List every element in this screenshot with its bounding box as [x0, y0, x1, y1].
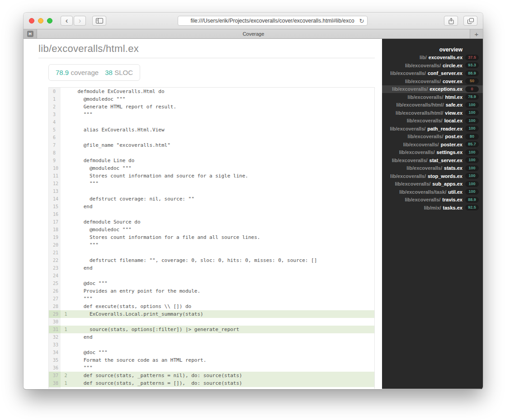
sidebar-item-conf_server-ex[interactable]: lib/excoveralls/conf_server.ex88.9	[382, 70, 483, 78]
forward-button[interactable]: ›	[74, 16, 86, 26]
plus-icon: +	[475, 30, 479, 38]
code-text: @moduledoc """	[74, 164, 375, 172]
hit-count	[61, 226, 74, 233]
code-line: 36 """	[49, 364, 375, 372]
code-text	[74, 118, 375, 126]
sidebar-icon	[96, 18, 103, 23]
sidebar-item-view-ex[interactable]: lib/excoveralls/html/view.ex100	[382, 109, 483, 117]
tab-bar: H Coverage +	[24, 29, 483, 39]
sidebar-item-local-ex[interactable]: lib/excoveralls/local.ex100	[382, 117, 483, 125]
reload-icon[interactable]: ↻	[359, 18, 364, 24]
line-number: 14	[49, 195, 61, 203]
file-directory: lib/excoveralls/	[392, 86, 428, 92]
sidebar-item-stats-ex[interactable]: lib/excoveralls/stats.ex100	[382, 164, 483, 173]
sidebar-item-post-ex[interactable]: lib/excoveralls/post.ex80	[382, 133, 483, 141]
line-number: 16	[49, 210, 61, 218]
hit-count	[61, 210, 74, 218]
sidebar-file-list: lib/excoveralls.ex37.5lib/excoveralls/ci…	[382, 54, 483, 212]
line-number: 23	[49, 264, 61, 272]
sidebar-item-poster-ex[interactable]: lib/excoveralls/poster.ex85.7	[382, 140, 483, 149]
line-number: 35	[49, 356, 61, 364]
hit-count	[61, 164, 74, 172]
pinned-tab[interactable]: H	[24, 29, 37, 38]
sidebar-item-util-ex[interactable]: lib/excoveralls/task/util.ex100	[382, 188, 483, 196]
file-name: path_reader.ex	[427, 126, 463, 131]
code-text: defstruct coverage: nil, source: ""	[74, 195, 375, 203]
code-line: 6	[49, 134, 375, 141]
sidebar-item-travis-ex[interactable]: lib/excoveralls/travis.ex88.9	[382, 196, 483, 204]
coverage-badge: 93.3	[465, 62, 479, 68]
title-divider	[38, 58, 375, 58]
hit-count	[61, 241, 74, 249]
sidebar-item-circle-ex[interactable]: lib/excoveralls/circle.ex93.3	[382, 61, 483, 70]
line-number: 34	[49, 349, 61, 356]
coverage-badge: 100	[465, 173, 479, 179]
tabs-icon	[467, 18, 474, 24]
sidebar-item-stop_words-ex[interactable]: lib/excoveralls/stop_words.ex100	[382, 172, 483, 180]
code-text: end	[74, 333, 375, 341]
hit-count	[61, 141, 74, 149]
minimize-window-button[interactable]	[38, 18, 43, 23]
file-name: poster.ex	[441, 142, 463, 147]
new-tab-button[interactable]: +	[470, 29, 483, 38]
coverage-badge: 100	[465, 149, 479, 155]
file-name: circle.ex	[443, 63, 463, 68]
line-number: 1	[49, 95, 61, 103]
file-directory: lib/excoveralls/	[390, 173, 426, 179]
code-line: 30	[49, 318, 375, 326]
sidebar-item-stat_server-ex[interactable]: lib/excoveralls/stat_server.ex100	[382, 156, 483, 164]
sidebar-item-excoveralls-ex[interactable]: lib/excoveralls.ex37.5	[382, 54, 483, 62]
hit-count	[61, 172, 74, 180]
code-text: Stores count information for a file and …	[74, 233, 375, 241]
sidebar-item-exceptions-ex[interactable]: lib/excoveralls/exceptions.ex0	[382, 85, 483, 93]
show-tabs-button[interactable]	[463, 16, 477, 26]
code-text: defmodule Line do	[74, 157, 375, 164]
sidebar-item-overview[interactable]: overview	[382, 46, 483, 54]
code-text: ExCoveralls.Local.print_summary(stats)	[74, 310, 375, 318]
sidebar-item-html-ex[interactable]: lib/excoveralls/html.ex78.9	[382, 93, 483, 101]
close-window-button[interactable]	[29, 18, 34, 23]
hit-count	[61, 318, 74, 326]
code-text	[74, 149, 375, 157]
hit-count	[61, 249, 74, 257]
file-name: stop_words.ex	[428, 173, 463, 179]
sidebar-item-sub_apps-ex[interactable]: lib/excoveralls/sub_apps.ex100	[382, 180, 483, 188]
line-number: 24	[49, 272, 61, 280]
sidebar-item-tasks-ex[interactable]: lib/mix/tasks.ex92.5	[382, 204, 483, 212]
code-line: 27 """	[49, 295, 375, 303]
line-number: 9	[49, 157, 61, 164]
code-text	[74, 341, 375, 349]
tab-coverage[interactable]: Coverage	[37, 29, 470, 38]
code-line: 381 def source(stats, _patterns = []), d…	[49, 379, 375, 387]
line-number: 22	[49, 257, 61, 264]
address-bar[interactable]: file:///Users/erik/Projects/excoveralls/…	[178, 16, 368, 26]
zoom-window-button[interactable]	[47, 18, 52, 23]
file-list-sidebar: overview lib/excoveralls.ex37.5lib/excov…	[382, 39, 483, 389]
hit-count	[61, 111, 74, 118]
file-directory: lib/excoveralls/	[405, 63, 441, 68]
sidebar-toggle-button[interactable]	[92, 16, 106, 26]
line-number: 28	[49, 303, 61, 310]
sidebar-item-path_reader-ex[interactable]: lib/excoveralls/path_reader.ex100	[382, 125, 483, 133]
page-content: lib/excoveralls/html.ex 78.9 coverage 38…	[24, 39, 483, 389]
sidebar-item-settings-ex[interactable]: lib/excoveralls/settings.ex100	[382, 149, 483, 157]
pinned-tab-favicon: H	[27, 31, 33, 37]
file-name: tasks.ex	[443, 205, 463, 210]
code-line: 35 Format the source code as an HTML rep…	[49, 356, 375, 364]
coverage-badge: 78.9	[465, 94, 479, 100]
back-button[interactable]: ‹	[61, 16, 73, 26]
line-number: 25	[49, 280, 61, 287]
code-text: defmodule Source do	[74, 218, 375, 226]
sidebar-item-safe-ex[interactable]: lib/excoveralls/html/safe.ex100	[382, 101, 483, 109]
code-line: 34 @doc """	[49, 349, 375, 356]
code-text: """	[74, 295, 375, 303]
page-title: lib/excoveralls/html.ex	[38, 43, 375, 55]
code-line: 15 end	[49, 203, 375, 210]
line-number: 0	[49, 88, 61, 96]
share-button[interactable]	[444, 16, 458, 26]
hit-count: 1	[61, 379, 74, 387]
hit-count	[61, 187, 74, 195]
line-number: 6	[49, 134, 61, 141]
sidebar-item-cover-ex[interactable]: lib/excoveralls/cover.ex50	[382, 77, 483, 85]
line-number: 12	[49, 180, 61, 187]
